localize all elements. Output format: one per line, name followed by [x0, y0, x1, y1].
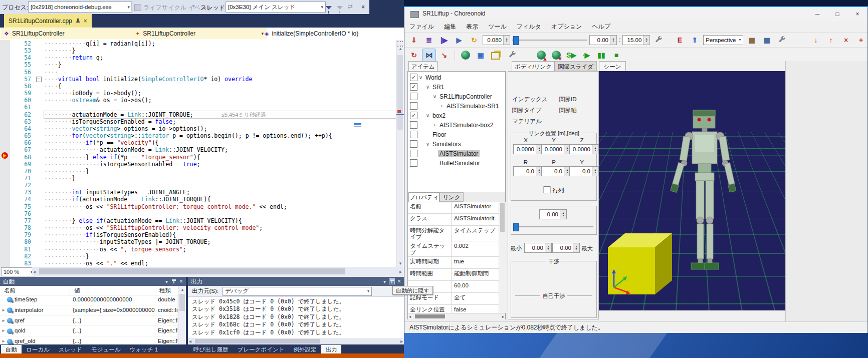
- checkbox-icon[interactable]: [410, 131, 417, 138]
- code-line[interactable]: [44, 182, 396, 189]
- kinematics-toggle-icon[interactable]: ↻: [407, 49, 420, 61]
- menu-0[interactable]: ファイル: [404, 21, 439, 32]
- slider-handle[interactable]: [513, 36, 519, 45]
- expand-arrow-icon[interactable]: ∨: [424, 84, 431, 90]
- expand-arrow-icon[interactable]: ∨: [431, 94, 438, 99]
- code-line[interactable]: ················inputStateTypes |= JOINT…: [44, 238, 396, 245]
- code-line[interactable]: ················actuationMode = Link::JO…: [44, 146, 396, 153]
- process-dropdown[interactable]: [0x2918] choreonoid-debug.exe ▾: [28, 2, 132, 13]
- close-button[interactable]: ×: [847, 7, 867, 21]
- collision-detection-icon[interactable]: ▣: [474, 49, 487, 61]
- toolbar-overflow-button[interactable]: »: [360, 5, 367, 9]
- spin-down-icon[interactable]: ▾: [566, 171, 568, 174]
- column-header-type[interactable]: 種類: [155, 286, 178, 295]
- code-line[interactable]: ············q[i] = radian(q[i]);: [44, 40, 396, 47]
- expand-arrow-icon[interactable]: ▸: [0, 326, 7, 336]
- scroll-up-icon[interactable]: ▴: [396, 46, 404, 51]
- menu-6[interactable]: ヘルプ: [587, 21, 615, 32]
- maximize-button[interactable]: □: [827, 7, 847, 21]
- pause-simulation-button[interactable]: ▮▮: [595, 49, 608, 61]
- menu-2[interactable]: 表示: [461, 21, 483, 32]
- scroll-up-icon[interactable]: ▴: [178, 287, 186, 292]
- auto-hide-pin-icon[interactable]: [389, 279, 394, 284]
- checkbox-icon[interactable]: [410, 102, 417, 110]
- thread-dropdown[interactable]: [0x3E30] メイン スレッド ▾: [226, 2, 326, 13]
- timebar-config-button[interactable]: [652, 34, 665, 46]
- title-bar[interactable]: SR1Liftup - Choreonoid ─ □ ×: [404, 7, 867, 21]
- menu-1[interactable]: 編集: [439, 21, 461, 32]
- tab-scene[interactable]: シーン: [599, 61, 626, 71]
- spin-down-icon[interactable]: ▾: [612, 40, 614, 43]
- axis-spinbox-x[interactable]: 0.0000▴▾: [513, 144, 543, 154]
- code-line[interactable]: ············} else if(*p == "torque_sens…: [44, 154, 396, 161]
- axis-spinbox-y[interactable]: 0.0000▴▾: [541, 144, 571, 154]
- close-icon[interactable]: ×: [179, 278, 183, 285]
- checkbox-icon[interactable]: ✓: [410, 74, 417, 81]
- property-vertical-scrollbar[interactable]: [499, 202, 506, 313]
- code-line[interactable]: ····virtual bool initialize(SimpleContro…: [44, 76, 396, 83]
- scrollbar-thumb[interactable]: [415, 314, 445, 318]
- code-line[interactable]: ········vector<string> options = io->opt…: [44, 125, 396, 132]
- scroll-right-icon[interactable]: ▸: [502, 314, 504, 319]
- spin-down-icon[interactable]: ▾: [538, 171, 540, 174]
- watch-row[interactable]: ▸interpolator{samples={ size=0x000000000…: [0, 305, 178, 316]
- scroll-left-icon[interactable]: ◂: [33, 269, 36, 274]
- tree-item[interactable]: ✓∨box2: [408, 111, 505, 120]
- expand-arrow-icon[interactable]: ›: [439, 103, 445, 109]
- spin-down-icon[interactable]: ▾: [594, 149, 596, 152]
- column-header-name[interactable]: 名前: [0, 286, 70, 295]
- robot-pose-icon[interactable]: ↑: [824, 34, 837, 46]
- editor-horizontal-scrollbar[interactable]: ◂ ▸: [32, 267, 403, 275]
- axis-spinbox-z[interactable]: 0.0000▴▾: [569, 144, 599, 154]
- menu-4[interactable]: フィルタ: [512, 21, 546, 32]
- checkbox-icon[interactable]: ✓: [410, 83, 417, 91]
- checkbox-icon[interactable]: [410, 121, 417, 129]
- code-line[interactable]: ····}: [44, 61, 396, 68]
- property-row[interactable]: クラスAISTSimulatorIt..: [408, 214, 499, 226]
- restore-initial-position-button[interactable]: ▲: [537, 51, 546, 60]
- scrollbar-thumb[interactable]: [39, 268, 345, 274]
- output-tab-2[interactable]: 例外設定: [289, 345, 321, 354]
- debug-tab-1[interactable]: ローカル: [22, 345, 54, 354]
- play-button[interactable]: ▶: [453, 34, 466, 46]
- flatten-icon[interactable]: ⇄: [348, 3, 353, 10]
- scroll-left-icon[interactable]: ◂: [409, 314, 411, 319]
- scene-config-button[interactable]: [775, 34, 788, 46]
- end-time-spinbox[interactable]: 15.00▴▾: [622, 35, 650, 45]
- code-line[interactable]: ············os << "SR1LiftupController: …: [44, 224, 396, 231]
- reload-items-icon[interactable]: ≣: [422, 34, 436, 46]
- tab-property[interactable]: プロパティ: [408, 192, 440, 202]
- world-globe-icon[interactable]: [461, 51, 470, 60]
- scrollbar-thumb[interactable]: [397, 55, 403, 130]
- scrollbar-thumb[interactable]: [195, 339, 320, 343]
- code-line[interactable]: ····{: [44, 83, 396, 90]
- marker-cross-icon[interactable]: +: [854, 34, 867, 46]
- code-line[interactable]: ········actuationMode = Link::JOINT_TORQ…: [44, 111, 396, 118]
- output-panel-header[interactable]: 出力 ▾ ×: [188, 277, 404, 286]
- minimize-button[interactable]: ─: [807, 7, 827, 21]
- inverse-kinematics-icon[interactable]: ↘: [438, 49, 451, 61]
- matrix-checkbox[interactable]: 行列: [544, 186, 564, 194]
- nav-method-dropdown[interactable]: ◈ initialize(SimpleControllerIO * io) ▾: [262, 28, 409, 39]
- tree-item[interactable]: ∨Simulators: [408, 139, 505, 149]
- code-line[interactable]: ················isTorqueSensorEnabled = …: [44, 161, 396, 168]
- editor-vertical-scrollbar[interactable]: ▴ ▾: [396, 40, 404, 267]
- close-icon[interactable]: ×: [84, 18, 87, 25]
- watch-row[interactable]: ▸qref{...}Eigen::Mat: [0, 316, 178, 326]
- code-line[interactable]: ········ostream& os = io->os();: [44, 97, 396, 104]
- document-tab[interactable]: SR1LiftupController.cpp ×: [4, 14, 92, 28]
- expand-arrow-icon[interactable]: ▸: [0, 305, 7, 315]
- spin-arrows-icon[interactable]: ▴▾: [592, 145, 598, 154]
- code-line[interactable]: ········}: [44, 47, 396, 54]
- scroll-left-icon[interactable]: ◂: [189, 338, 191, 344]
- column-header-value[interactable]: 値: [70, 286, 155, 295]
- code-line[interactable]: ············os << "." << endl;: [44, 260, 396, 267]
- code-line[interactable]: ············if(*p == "velocity"){: [44, 139, 396, 146]
- scrollbar-thumb[interactable]: [500, 203, 505, 232]
- output-tab-0[interactable]: 呼び出し履歴: [189, 345, 233, 354]
- code-line[interactable]: ········} else if(actuationMode == Link:…: [44, 217, 396, 224]
- checkbox-icon[interactable]: [544, 186, 551, 193]
- code-line[interactable]: ········int inputStateTypes = JOINT_ANGL…: [44, 189, 396, 196]
- spin-down-icon[interactable]: ▾: [506, 40, 507, 43]
- start-simulation-button[interactable]: S▶: [565, 49, 578, 61]
